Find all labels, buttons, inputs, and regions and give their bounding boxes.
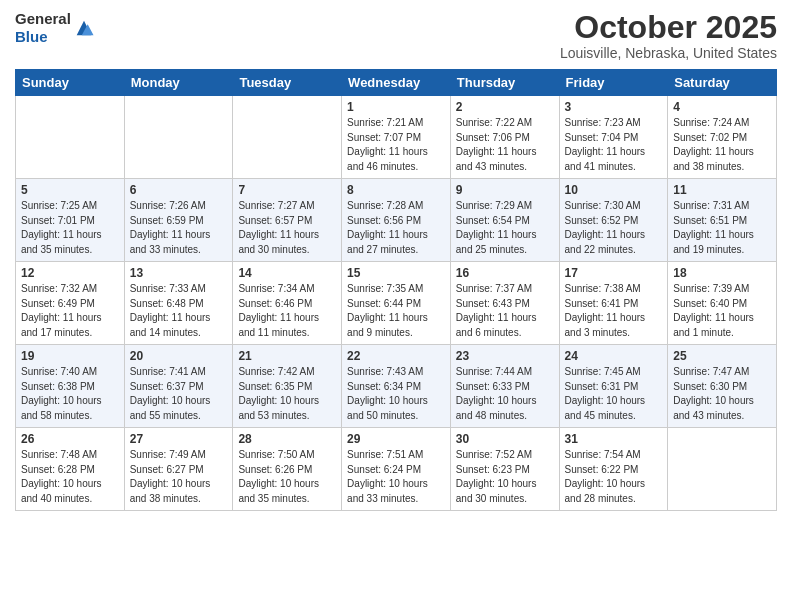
day-number: 10 [565,183,663,197]
calendar-cell: 19Sunrise: 7:40 AM Sunset: 6:38 PM Dayli… [16,345,125,428]
calendar-cell: 27Sunrise: 7:49 AM Sunset: 6:27 PM Dayli… [124,428,233,511]
col-tuesday: Tuesday [233,70,342,96]
day-info: Sunrise: 7:41 AM Sunset: 6:37 PM Dayligh… [130,365,228,423]
day-info: Sunrise: 7:48 AM Sunset: 6:28 PM Dayligh… [21,448,119,506]
calendar-cell: 10Sunrise: 7:30 AM Sunset: 6:52 PM Dayli… [559,179,668,262]
calendar-cell: 9Sunrise: 7:29 AM Sunset: 6:54 PM Daylig… [450,179,559,262]
day-info: Sunrise: 7:34 AM Sunset: 6:46 PM Dayligh… [238,282,336,340]
day-number: 4 [673,100,771,114]
day-info: Sunrise: 7:23 AM Sunset: 7:04 PM Dayligh… [565,116,663,174]
calendar-cell: 5Sunrise: 7:25 AM Sunset: 7:01 PM Daylig… [16,179,125,262]
calendar-cell: 28Sunrise: 7:50 AM Sunset: 6:26 PM Dayli… [233,428,342,511]
calendar-cell: 25Sunrise: 7:47 AM Sunset: 6:30 PM Dayli… [668,345,777,428]
day-number: 25 [673,349,771,363]
day-info: Sunrise: 7:28 AM Sunset: 6:56 PM Dayligh… [347,199,445,257]
day-info: Sunrise: 7:31 AM Sunset: 6:51 PM Dayligh… [673,199,771,257]
calendar-cell: 16Sunrise: 7:37 AM Sunset: 6:43 PM Dayli… [450,262,559,345]
day-info: Sunrise: 7:22 AM Sunset: 7:06 PM Dayligh… [456,116,554,174]
day-info: Sunrise: 7:32 AM Sunset: 6:49 PM Dayligh… [21,282,119,340]
calendar-cell: 26Sunrise: 7:48 AM Sunset: 6:28 PM Dayli… [16,428,125,511]
day-number: 18 [673,266,771,280]
day-number: 23 [456,349,554,363]
calendar-cell: 17Sunrise: 7:38 AM Sunset: 6:41 PM Dayli… [559,262,668,345]
day-info: Sunrise: 7:33 AM Sunset: 6:48 PM Dayligh… [130,282,228,340]
day-number: 5 [21,183,119,197]
calendar-cell: 18Sunrise: 7:39 AM Sunset: 6:40 PM Dayli… [668,262,777,345]
day-number: 31 [565,432,663,446]
calendar-cell: 3Sunrise: 7:23 AM Sunset: 7:04 PM Daylig… [559,96,668,179]
day-info: Sunrise: 7:38 AM Sunset: 6:41 PM Dayligh… [565,282,663,340]
day-info: Sunrise: 7:43 AM Sunset: 6:34 PM Dayligh… [347,365,445,423]
title-block: October 2025 Louisville, Nebraska, Unite… [560,10,777,61]
day-number: 2 [456,100,554,114]
day-number: 11 [673,183,771,197]
calendar-cell: 8Sunrise: 7:28 AM Sunset: 6:56 PM Daylig… [342,179,451,262]
day-number: 19 [21,349,119,363]
logo-blue: Blue [15,28,71,46]
col-thursday: Thursday [450,70,559,96]
day-info: Sunrise: 7:54 AM Sunset: 6:22 PM Dayligh… [565,448,663,506]
calendar-cell: 30Sunrise: 7:52 AM Sunset: 6:23 PM Dayli… [450,428,559,511]
day-number: 15 [347,266,445,280]
calendar-cell: 12Sunrise: 7:32 AM Sunset: 6:49 PM Dayli… [16,262,125,345]
day-info: Sunrise: 7:50 AM Sunset: 6:26 PM Dayligh… [238,448,336,506]
day-info: Sunrise: 7:40 AM Sunset: 6:38 PM Dayligh… [21,365,119,423]
day-info: Sunrise: 7:37 AM Sunset: 6:43 PM Dayligh… [456,282,554,340]
day-info: Sunrise: 7:39 AM Sunset: 6:40 PM Dayligh… [673,282,771,340]
calendar-cell: 4Sunrise: 7:24 AM Sunset: 7:02 PM Daylig… [668,96,777,179]
col-wednesday: Wednesday [342,70,451,96]
day-number: 17 [565,266,663,280]
calendar-cell: 14Sunrise: 7:34 AM Sunset: 6:46 PM Dayli… [233,262,342,345]
calendar-cell: 7Sunrise: 7:27 AM Sunset: 6:57 PM Daylig… [233,179,342,262]
logo: General Blue [15,10,95,46]
calendar-cell: 1Sunrise: 7:21 AM Sunset: 7:07 PM Daylig… [342,96,451,179]
day-number: 27 [130,432,228,446]
calendar-cell: 20Sunrise: 7:41 AM Sunset: 6:37 PM Dayli… [124,345,233,428]
calendar-cell: 21Sunrise: 7:42 AM Sunset: 6:35 PM Dayli… [233,345,342,428]
calendar-cell [668,428,777,511]
header: General Blue October 2025 Louisville, Ne… [15,10,777,61]
day-info: Sunrise: 7:47 AM Sunset: 6:30 PM Dayligh… [673,365,771,423]
day-info: Sunrise: 7:24 AM Sunset: 7:02 PM Dayligh… [673,116,771,174]
calendar-table: Sunday Monday Tuesday Wednesday Thursday… [15,69,777,511]
calendar-week-1: 1Sunrise: 7:21 AM Sunset: 7:07 PM Daylig… [16,96,777,179]
calendar-cell: 11Sunrise: 7:31 AM Sunset: 6:51 PM Dayli… [668,179,777,262]
header-row: Sunday Monday Tuesday Wednesday Thursday… [16,70,777,96]
day-number: 13 [130,266,228,280]
day-number: 8 [347,183,445,197]
day-info: Sunrise: 7:21 AM Sunset: 7:07 PM Dayligh… [347,116,445,174]
day-number: 6 [130,183,228,197]
logo-general: General [15,10,71,28]
day-info: Sunrise: 7:42 AM Sunset: 6:35 PM Dayligh… [238,365,336,423]
location: Louisville, Nebraska, United States [560,45,777,61]
day-info: Sunrise: 7:26 AM Sunset: 6:59 PM Dayligh… [130,199,228,257]
calendar-cell [124,96,233,179]
day-number: 24 [565,349,663,363]
calendar-cell: 13Sunrise: 7:33 AM Sunset: 6:48 PM Dayli… [124,262,233,345]
day-info: Sunrise: 7:27 AM Sunset: 6:57 PM Dayligh… [238,199,336,257]
col-friday: Friday [559,70,668,96]
day-number: 29 [347,432,445,446]
day-info: Sunrise: 7:52 AM Sunset: 6:23 PM Dayligh… [456,448,554,506]
month-title: October 2025 [560,10,777,45]
col-monday: Monday [124,70,233,96]
day-number: 3 [565,100,663,114]
col-saturday: Saturday [668,70,777,96]
col-sunday: Sunday [16,70,125,96]
day-number: 30 [456,432,554,446]
calendar-cell: 31Sunrise: 7:54 AM Sunset: 6:22 PM Dayli… [559,428,668,511]
day-number: 28 [238,432,336,446]
day-number: 21 [238,349,336,363]
day-number: 16 [456,266,554,280]
day-info: Sunrise: 7:51 AM Sunset: 6:24 PM Dayligh… [347,448,445,506]
day-info: Sunrise: 7:45 AM Sunset: 6:31 PM Dayligh… [565,365,663,423]
day-number: 22 [347,349,445,363]
calendar-cell: 24Sunrise: 7:45 AM Sunset: 6:31 PM Dayli… [559,345,668,428]
day-info: Sunrise: 7:29 AM Sunset: 6:54 PM Dayligh… [456,199,554,257]
day-number: 1 [347,100,445,114]
calendar-week-3: 12Sunrise: 7:32 AM Sunset: 6:49 PM Dayli… [16,262,777,345]
calendar-cell: 23Sunrise: 7:44 AM Sunset: 6:33 PM Dayli… [450,345,559,428]
day-info: Sunrise: 7:49 AM Sunset: 6:27 PM Dayligh… [130,448,228,506]
logo-icon [73,17,95,39]
day-info: Sunrise: 7:35 AM Sunset: 6:44 PM Dayligh… [347,282,445,340]
